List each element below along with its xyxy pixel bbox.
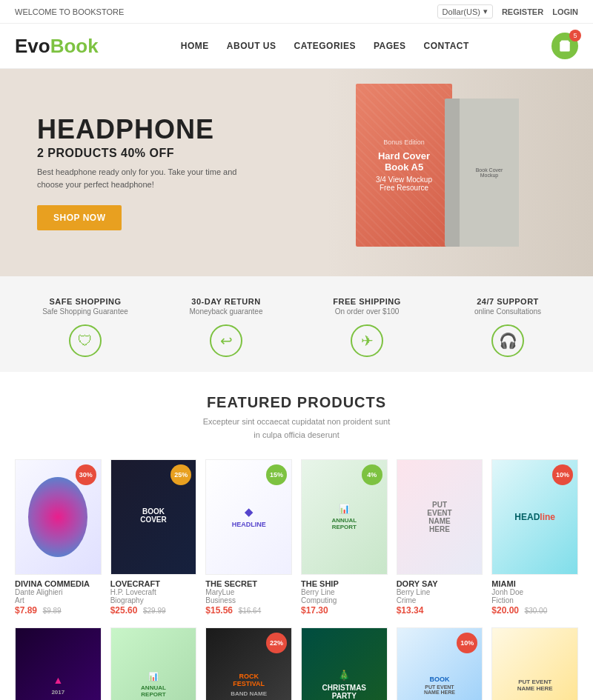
products-row-1: 30% DIVINA COMMEDIA Dante Alighieri Art … — [15, 459, 578, 616]
cart-count: 5 — [569, 30, 581, 41]
product-card[interactable]: 🎄CHRISTMASPARTY MRS. JOHNS Jonh Doe Crim… — [301, 627, 388, 700]
shop-now-button[interactable]: SHOP NOW — [37, 205, 122, 230]
nav-pages[interactable]: PAGES — [374, 41, 406, 51]
product-price: $17.30 — [301, 605, 328, 616]
product-image: 10% HEADline — [491, 459, 578, 575]
product-card[interactable]: 22% ROCKFESTIVALBAND NAME MIAMI Jonh Doe… — [205, 627, 292, 700]
product-card[interactable]: 10% BOOKPUT EVENTNAME HERE MIAMI Jonh Do… — [397, 627, 483, 700]
product-badge: 10% — [552, 464, 573, 485]
product-image: 📊ANNUALREPORT — [110, 627, 197, 700]
site-logo[interactable]: EvoBook — [15, 35, 99, 58]
product-card[interactable]: PUT EVENTNAME HERE ROCK Jonh Doe Romance… — [491, 627, 578, 700]
site-header: EvoBook HOME ABOUT US CATEGORIES PAGES C… — [0, 24, 593, 69]
product-price: $13.34 — [397, 605, 424, 616]
product-category: Fiction — [491, 596, 578, 604]
feature-support: 24/7 SUPPORT online Consultations — [437, 288, 578, 316]
register-link[interactable]: REGISTER — [502, 7, 543, 16]
product-card[interactable]: 30% DIVINA COMMEDIA Dante Alighieri Art … — [15, 459, 102, 616]
feature-safe-shopping: SAFE SHOPPING Safe Shopping Guarantee — [15, 288, 156, 316]
product-badge: 30% — [76, 464, 96, 485]
return-icon: ↩ — [210, 324, 242, 357]
product-category: Crime — [397, 596, 483, 604]
cart-button[interactable]: 5 — [551, 33, 578, 59]
products-grid-1: 30% DIVINA COMMEDIA Dante Alighieri Art … — [15, 459, 578, 616]
product-card[interactable]: 10% HEADline MIAMI Jonh Doe Fiction $20.… — [491, 459, 578, 616]
product-image: 22% ROCKFESTIVALBAND NAME — [205, 627, 292, 700]
feature-title-0: SAFE SHOPPING — [21, 297, 150, 306]
product-image: PUT EVENTNAME HERE — [491, 627, 578, 700]
product-badge: 4% — [362, 464, 382, 485]
products-grid-2: ▲2017 MY DAY Soan Doe Food $12.00 📊ANNUA… — [15, 627, 578, 700]
hero-book-back-inner: Book CoverMockup — [460, 99, 519, 247]
hero-description: Best headphone ready only for you. Take … — [37, 166, 259, 190]
products-row-2: ▲2017 MY DAY Soan Doe Food $12.00 📊ANNUA… — [15, 627, 578, 700]
product-pricing: $13.34 — [397, 604, 483, 616]
product-card[interactable]: 4% 📊ANNUALREPORT THE SHIP Berry Line Com… — [301, 459, 388, 616]
product-pricing: $7.89 $9.89 — [15, 604, 102, 616]
feature-sub-0: Safe Shopping Guarantee — [21, 307, 150, 316]
product-image: 4% 📊ANNUALREPORT — [301, 459, 388, 575]
features-strip: SAFE SHOPPING Safe Shopping Guarantee 30… — [0, 276, 593, 316]
product-card[interactable]: 25% BOOKCOVER LOVECRAFT H.P. Lovecraft B… — [110, 459, 197, 616]
product-image: 25% BOOKCOVER — [110, 459, 197, 575]
product-price: $7.89 — [15, 605, 37, 616]
shield-icon: 🛡 — [69, 324, 102, 357]
feature-title-3: 24/7 SUPPORT — [443, 297, 572, 306]
nav-contact[interactable]: CONTACT — [424, 41, 469, 51]
product-old-price: $30.00 — [525, 607, 548, 615]
product-image: 10% BOOKPUT EVENTNAME HERE — [397, 627, 483, 700]
product-badge: 10% — [457, 633, 477, 653]
product-author: Dante Alighieri — [15, 588, 102, 596]
product-old-price: $9.89 — [43, 607, 62, 615]
product-image: PUTEVENTNAMEHERE — [397, 459, 483, 575]
product-name: THE SECRET — [205, 579, 292, 588]
product-image: 15% ◆HEADLINE — [205, 459, 292, 575]
logo-part2: Book — [50, 35, 99, 57]
hero-book-back: Book CoverMockup — [445, 99, 519, 247]
feature-title-1: 30-DAY RETURN — [162, 297, 291, 306]
nav-categories[interactable]: CATEGORIES — [294, 41, 356, 51]
feature-return: 30-DAY RETURN Moneyback guarantee — [156, 288, 296, 316]
currency-selector[interactable]: Dollar(US) ▾ — [437, 4, 493, 19]
welcome-text: WELCOME TO BOOKSTORE — [15, 7, 124, 16]
product-card[interactable]: 📊ANNUALREPORT TYSON Jonh Doe Art $16.80 — [110, 627, 197, 700]
book-line3: 3/4 View Mockup — [376, 176, 432, 184]
support-icon: 🎧 — [491, 324, 524, 357]
icon-item-2: ✈ — [296, 324, 437, 357]
login-link[interactable]: LOGIN — [552, 7, 578, 16]
feature-sub-2: On order over $100 — [302, 307, 431, 316]
product-category: Business — [205, 596, 292, 604]
product-pricing: $15.56 $16.64 — [205, 604, 292, 616]
top-bar-right: Dollar(US) ▾ REGISTER LOGIN — [437, 4, 578, 19]
feature-title-2: FREE SHIPPING — [302, 297, 431, 306]
product-price: $20.00 — [491, 605, 519, 616]
feature-sub-1: Moneyback guarantee — [162, 307, 291, 316]
nav-home[interactable]: HOME — [181, 41, 209, 51]
product-category: Art — [15, 596, 102, 604]
product-author: Berry Line — [397, 588, 483, 596]
product-old-price: $16.64 — [239, 607, 262, 615]
product-author: MaryLue — [205, 588, 292, 596]
product-name: DIVINA COMMEDIA — [15, 579, 102, 588]
product-image: ▲2017 — [15, 627, 102, 700]
nav-about[interactable]: ABOUT US — [227, 41, 276, 51]
shipping-icon: ✈ — [351, 324, 383, 357]
product-pricing: $17.30 — [301, 604, 388, 616]
product-card[interactable]: 15% ◆HEADLINE THE SECRET MaryLue Busines… — [205, 459, 292, 616]
product-pricing: $25.60 $29.99 — [110, 604, 197, 616]
product-image: 🎄CHRISTMASPARTY — [301, 627, 388, 700]
product-card[interactable]: PUTEVENTNAMEHERE DORY SAY Berry Line Cri… — [397, 459, 483, 616]
product-category: Biography — [110, 596, 197, 604]
featured-sub: Excepteur sint occaecat cupidatat non pr… — [15, 416, 578, 441]
product-pricing: $20.00 $30.00 — [491, 604, 578, 616]
product-price: $15.56 — [205, 605, 233, 616]
product-card[interactable]: ▲2017 MY DAY Soan Doe Food $12.00 — [15, 627, 102, 700]
product-name: LOVECRAFT — [110, 579, 197, 588]
currency-label: Dollar(US) — [443, 7, 480, 16]
icon-item-3: 🎧 — [437, 324, 578, 357]
icons-strip: 🛡 ↩ ✈ 🎧 — [0, 316, 593, 372]
product-author: Berry Line — [301, 588, 388, 596]
product-badge: 15% — [266, 464, 287, 485]
product-category: Computing — [301, 596, 388, 604]
product-author: H.P. Lovecraft — [110, 588, 197, 596]
